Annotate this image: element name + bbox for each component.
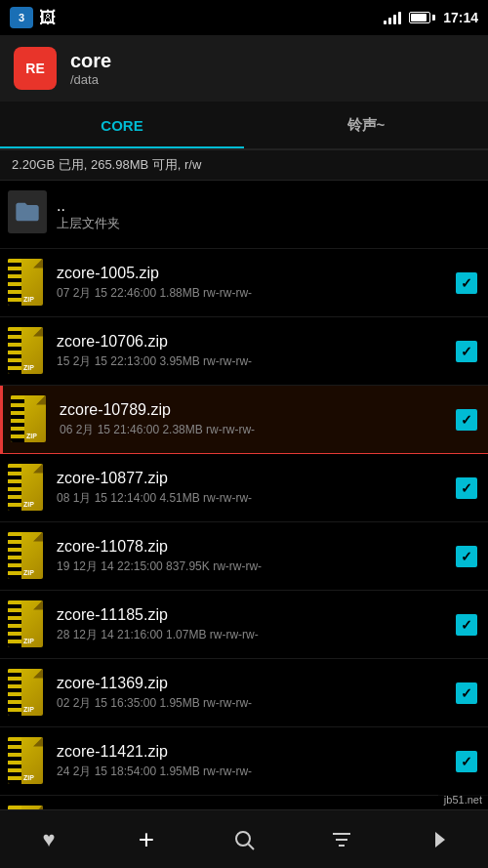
file-meta: 08 1月 15 12:14:00 4.51MB rw-rw-rw-: [57, 490, 453, 507]
checkbox[interactable]: ✓: [453, 269, 480, 297]
zip-icon: ZIP: [8, 464, 47, 513]
zip-icon: ZIP: [8, 259, 47, 308]
file-meta: 07 2月 15 22:46:00 1.88MB rw-rw-rw-: [57, 285, 453, 302]
watermark: jb51.net: [438, 792, 488, 807]
status-bar: 3 🖼 17:14: [0, 0, 488, 35]
status-left: 3 🖼: [10, 7, 57, 28]
folder-icon: [8, 190, 47, 239]
parent-folder-dots: ..: [57, 197, 480, 215]
file-item[interactable]: ZIP zcore-10706.zip15 2月 15 22:13:00 3.9…: [0, 317, 488, 386]
checkbox[interactable]: ✓: [453, 406, 480, 434]
search-button[interactable]: [223, 818, 265, 861]
zip-icon: ZIP: [8, 737, 47, 786]
file-item[interactable]: ZIP zcore-11078.zip19 12月 14 22:15:00 83…: [0, 522, 488, 591]
bottom-bar: ♥ +: [0, 809, 488, 868]
svg-line-1: [249, 844, 255, 849]
notification-icon-3: 3: [10, 7, 33, 28]
add-button[interactable]: +: [125, 818, 168, 861]
file-item[interactable]: ZIP zcore-10877.zip08 1月 15 12:14:00 4.5…: [0, 454, 488, 522]
file-item[interactable]: ZIP zcore-11421.zip24 2月 15 18:54:00 1.9…: [0, 727, 488, 796]
filter-button[interactable]: [320, 818, 363, 861]
more-button[interactable]: [418, 818, 461, 861]
file-name: zcore-11185.zip: [57, 606, 453, 624]
file-info: zcore-11078.zip19 12月 14 22:15:00 837.95…: [57, 538, 453, 575]
file-info: zcore-11421.zip24 2月 15 18:54:00 1.95MB …: [57, 743, 453, 780]
status-right: 17:14: [384, 10, 478, 25]
parent-folder-info: .. 上层文件夹: [57, 197, 480, 232]
file-name: zcore-10877.zip: [57, 470, 453, 487]
file-name: zcore-11369.zip: [57, 675, 453, 692]
file-name: zcore-11078.zip: [57, 538, 453, 556]
file-name: zcore-1005.zip: [57, 265, 453, 282]
app-title-block: core /data: [70, 50, 111, 87]
file-meta: 19 12月 14 22:15:00 837.95K rw-rw-rw-: [57, 558, 453, 575]
tab-ringtones[interactable]: 铃声~: [244, 102, 488, 148]
checkbox[interactable]: ✓: [453, 748, 480, 775]
file-item[interactable]: ZIP zcore-1005.zip07 2月 15 22:46:00 1.88…: [0, 249, 488, 317]
file-meta: 24 2月 15 18:54:00 1.95MB rw-rw-rw-: [57, 764, 453, 780]
file-item[interactable]: ZIP zcore-10789.zip06 2月 15 21:46:00 2.3…: [0, 386, 488, 454]
file-meta: 06 2月 15 21:46:00 2.38MB rw-rw-rw-: [60, 422, 453, 438]
file-item[interactable]: ZIP zcore-11185.zip28 12月 14 21:16:00 1.…: [0, 591, 488, 659]
checkbox[interactable]: ✓: [453, 611, 480, 639]
signal-icon: [384, 11, 401, 24]
file-items: ZIP zcore-1005.zip07 2月 15 22:46:00 1.88…: [0, 249, 488, 814]
zip-icon: ZIP: [8, 600, 47, 649]
app-header: RE core /data: [0, 35, 488, 102]
checkbox[interactable]: ✓: [453, 543, 480, 570]
file-name: zcore-10789.zip: [60, 401, 453, 419]
app-path: /data: [70, 72, 111, 87]
zip-icon: ZIP: [11, 395, 50, 444]
checkbox[interactable]: ✓: [453, 338, 480, 365]
file-list: .. 上层文件夹 ZIP zcore-1005.zip07 2月 15 22:4…: [0, 181, 488, 814]
zip-icon: ZIP: [8, 669, 47, 718]
svg-point-0: [236, 832, 250, 846]
file-name: zcore-10706.zip: [57, 333, 453, 351]
checkbox[interactable]: ✓: [453, 475, 480, 502]
file-info: zcore-10706.zip15 2月 15 22:13:00 3.95MB …: [57, 333, 453, 370]
battery-icon: [409, 12, 435, 23]
app-icon: RE: [14, 47, 57, 90]
zip-icon: ZIP: [8, 532, 47, 581]
file-meta: 02 2月 15 16:35:00 1.95MB rw-rw-rw-: [57, 695, 453, 712]
parent-folder-item[interactable]: .. 上层文件夹: [0, 181, 488, 249]
favorite-button[interactable]: ♥: [27, 818, 70, 861]
zip-icon: ZIP: [8, 327, 47, 376]
parent-folder-label: 上层文件夹: [57, 215, 480, 232]
clock: 17:14: [443, 10, 478, 25]
app-title: core: [70, 50, 111, 72]
file-info: zcore-10789.zip06 2月 15 21:46:00 2.38MB …: [60, 401, 453, 438]
file-info: zcore-10877.zip08 1月 15 12:14:00 4.51MB …: [57, 470, 453, 507]
checkbox[interactable]: ✓: [453, 680, 480, 707]
file-name: zcore-11421.zip: [57, 743, 453, 761]
tab-bar: CORE 铃声~: [0, 102, 488, 150]
file-info: zcore-11185.zip28 12月 14 21:16:00 1.07MB…: [57, 606, 453, 643]
file-meta: 15 2月 15 22:13:00 3.95MB rw-rw-rw-: [57, 353, 453, 370]
file-info: zcore-11369.zip02 2月 15 16:35:00 1.95MB …: [57, 675, 453, 712]
file-item[interactable]: ZIP zcore-11369.zip02 2月 15 16:35:00 1.9…: [0, 659, 488, 727]
tab-core[interactable]: CORE: [0, 102, 244, 148]
image-icon: 🖼: [39, 8, 57, 28]
svg-marker-5: [435, 832, 445, 847]
storage-info: 2.20GB 已用, 265.98MB 可用, r/w: [0, 150, 488, 181]
file-info: zcore-1005.zip07 2月 15 22:46:00 1.88MB r…: [57, 265, 453, 302]
file-meta: 28 12月 14 21:16:00 1.07MB rw-rw-rw-: [57, 627, 453, 643]
